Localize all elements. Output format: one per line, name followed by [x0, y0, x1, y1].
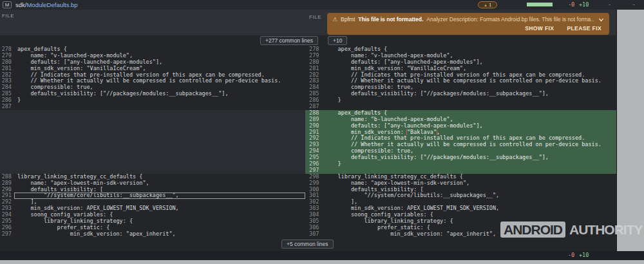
expand-common-lines-button[interactable]: +277 common lines: [260, 36, 318, 45]
changed-token-highlight: "Baklava": [407, 129, 437, 135]
left-line-number[interactable]: 292: [0, 199, 14, 205]
expand-five-common-lines-button[interactable]: +5 common lines: [281, 240, 334, 249]
left-blank-cell: [14, 123, 305, 129]
left-line-number[interactable]: 296: [0, 225, 14, 231]
file-list-row-top: M sdk/ModuleDefaults.bp ▲ 1 -0 +10 - -: [0, 0, 644, 10]
diff-row-context: 297 min_sdk_version: "apex_inherit",307 …: [0, 231, 616, 238]
file-path-name[interactable]: ModuleDefaults.bp: [26, 1, 77, 8]
right-code-line: defaults_visibility: [: [323, 187, 616, 193]
diff-row-context: 291 "//system/core/libutils:__subpackage…: [0, 193, 616, 199]
right-line-number[interactable]: 307: [305, 231, 324, 238]
right-line-number[interactable]: 280: [305, 59, 324, 66]
banner-title: This file is not formatted.: [358, 16, 423, 23]
left-code-line: defaults: ["any-launched-apex-modules"],: [14, 59, 305, 66]
right-code-line: // Whether it actually will be compresse…: [323, 78, 616, 84]
right-line-number[interactable]: 305: [305, 218, 324, 225]
diff-row-context: 281 min_sdk_version: "VanillaIceCream",2…: [0, 66, 616, 72]
expand-ten-lines-button[interactable]: +10: [328, 36, 347, 45]
right-code-line: library_linking_strategy: {: [323, 218, 616, 225]
diff-row-context: 294 soong_config_variables: {304 soong_c…: [0, 212, 616, 218]
right-code-line-added: name: "b-launched-apex-module",: [323, 117, 616, 123]
show-fix-button[interactable]: SHOW FIX: [525, 25, 554, 32]
banner-description: Analyzer Description: Formats Android.bp…: [426, 16, 594, 23]
right-code-line: [323, 104, 616, 110]
left-line-number[interactable]: 291: [0, 193, 14, 199]
right-code-line: defaults_visibility: ["//packages/module…: [323, 91, 616, 97]
comments-column-dash: -: [608, 1, 611, 8]
right-line-number[interactable]: 283: [305, 78, 324, 84]
right-line-number[interactable]: 299: [305, 180, 324, 187]
file-path[interactable]: sdk/ModuleDefaults.bp: [15, 1, 78, 8]
left-line-number[interactable]: 279: [0, 53, 14, 59]
left-line-number[interactable]: 281: [0, 66, 14, 72]
expander-row-top: +277 common lines +10: [0, 35, 616, 46]
right-code-line: defaults: ["any-launched-apex-modules"],: [323, 59, 616, 66]
left-line-number[interactable]: 294: [0, 212, 14, 218]
left-line-number[interactable]: 293: [0, 205, 14, 212]
right-line-number[interactable]: 279: [305, 53, 324, 59]
right-line-number[interactable]: 292: [305, 135, 324, 142]
right-line-number[interactable]: 284: [305, 84, 324, 91]
diff-row-added: 291 min_sdk_version: "Baklava",: [0, 129, 616, 136]
right-line-number[interactable]: 278: [305, 46, 324, 53]
left-code-line: name: "apex-lowest-min-sdk-version",: [14, 180, 305, 187]
right-line-number[interactable]: 285: [305, 91, 324, 97]
left-code-line: // Whether it actually will be compresse…: [14, 78, 305, 84]
right-line-number[interactable]: 295: [305, 155, 324, 161]
right-line-number[interactable]: 286: [305, 97, 324, 104]
right-line-number[interactable]: 289: [305, 117, 324, 123]
right-line-number[interactable]: 288: [305, 110, 324, 117]
right-line-number[interactable]: 301: [305, 193, 324, 199]
lines-added-count: +10: [579, 1, 589, 8]
warning-count-badge[interactable]: ▲ 1: [478, 1, 497, 8]
left-blank-cell: [14, 148, 305, 155]
chevron-down-icon[interactable]: [598, 17, 604, 23]
right-line-number[interactable]: 306: [305, 225, 324, 231]
right-line-number[interactable]: 297: [305, 167, 324, 174]
right-line-number[interactable]: 290: [305, 123, 324, 129]
file-path-prefix: sdk/: [15, 1, 26, 8]
left-line-number[interactable]: 280: [0, 59, 14, 66]
right-code-line: name: "v-launched-apex-module",: [323, 53, 616, 59]
left-blank-cell: [14, 110, 305, 117]
left-line-number[interactable]: 287: [0, 104, 14, 110]
right-line-number[interactable]: 296: [305, 161, 324, 167]
diff-row-context: 289 name: "apex-lowest-min-sdk-version",…: [0, 180, 616, 187]
right-line-number[interactable]: 282: [305, 72, 324, 79]
warning-icon: ⚠: [332, 16, 337, 23]
right-line-number[interactable]: 293: [305, 142, 324, 148]
right-line-number[interactable]: 298: [305, 174, 324, 180]
right-line-number[interactable]: 287: [305, 104, 324, 110]
left-line-number[interactable]: 295: [0, 218, 14, 225]
right-line-number[interactable]: 304: [305, 212, 324, 218]
left-code-line: apex_defaults {: [14, 46, 305, 53]
left-line-number[interactable]: 297: [0, 231, 14, 238]
right-line-number[interactable]: 291: [305, 129, 324, 136]
left-line-number[interactable]: 286: [0, 97, 14, 104]
diff-row-context: 282 // Indicates that pre-installed vers…: [0, 72, 616, 79]
left-line-number[interactable]: 288: [0, 174, 14, 180]
left-line-number[interactable]: 282: [0, 72, 14, 79]
left-line-number[interactable]: 290: [0, 187, 14, 193]
right-line-number[interactable]: 300: [305, 187, 324, 193]
diff-row-context: 279 name: "v-launched-apex-module",279 n…: [0, 53, 616, 59]
right-line-number[interactable]: 302: [305, 199, 324, 205]
left-code-line: defaults_visibility: ["//packages/module…: [14, 91, 305, 97]
diffstat-bar: [527, 3, 553, 6]
diff-row-added: 288apex_defaults {: [0, 110, 616, 117]
left-blank-cell: [14, 135, 305, 142]
please-fix-button[interactable]: PLEASE FIX: [567, 25, 601, 32]
right-line-number[interactable]: 294: [305, 148, 324, 155]
right-code-line: library_linking_strategy_cc_defaults {: [323, 174, 616, 180]
left-line-number[interactable]: 289: [0, 180, 14, 187]
right-line-number[interactable]: 303: [305, 205, 324, 212]
left-blank-gutter: [0, 148, 14, 155]
right-code-line: ],: [323, 199, 616, 205]
left-line-number[interactable]: 285: [0, 91, 14, 97]
left-code-line: soong_config_variables: {: [14, 212, 305, 218]
left-line-number[interactable]: 283: [0, 78, 14, 84]
left-line-number[interactable]: 284: [0, 84, 14, 91]
lint-warning-banner[interactable]: ⚠ Bpfmt This file is not formatted. Anal…: [327, 13, 609, 35]
right-line-number[interactable]: 281: [305, 66, 324, 72]
left-line-number[interactable]: 278: [0, 46, 14, 53]
